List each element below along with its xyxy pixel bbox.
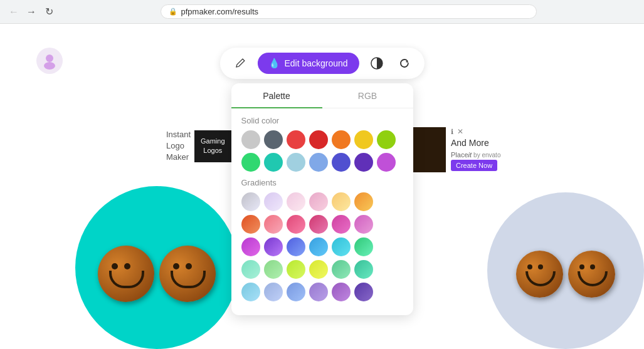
preview-circle-right [487, 192, 644, 349]
close-ad-button[interactable]: ✕ [456, 127, 465, 136]
preview-circle-left [75, 186, 238, 349]
create-now-button[interactable]: Create Now [451, 160, 497, 171]
ad-info-icon: ℹ [451, 128, 453, 136]
color-swatch[interactable] [309, 130, 328, 149]
gradient-swatch[interactable] [309, 215, 328, 234]
and-more-ad: ℹ ✕ And More Placeit by envato Create No… [401, 127, 507, 172]
gradient-row-2 [241, 215, 403, 234]
refresh-icon [398, 57, 411, 70]
url-text: pfpmaker.com/results [181, 7, 259, 16]
gradient-swatch[interactable] [332, 237, 351, 256]
gradient-swatch[interactable] [241, 237, 260, 256]
color-swatch[interactable] [264, 153, 283, 172]
gradient-row-5 [241, 283, 403, 301]
color-swatch[interactable] [287, 130, 305, 149]
gradients-label: Gradients [241, 178, 403, 187]
gradient-swatch[interactable] [332, 260, 351, 279]
gradient-swatch[interactable] [354, 215, 373, 234]
smiley-left-1 [98, 246, 154, 302]
gradient-swatch[interactable] [241, 260, 260, 279]
water-drop-icon: 💧 [268, 58, 280, 69]
gradient-swatch[interactable] [354, 260, 373, 279]
gradient-swatch[interactable] [264, 192, 283, 211]
gradient-swatch[interactable] [332, 192, 351, 211]
color-swatch[interactable] [354, 130, 373, 149]
svg-point-0 [46, 55, 53, 62]
svg-point-1 [44, 62, 55, 70]
gradient-row-4 [241, 260, 403, 279]
pencil-button[interactable] [230, 53, 250, 73]
refresh-button[interactable]: ↻ [43, 6, 55, 18]
panel-tabs: Palette RGB [231, 83, 413, 108]
instant-logo-text: Instant Logo Maker [166, 129, 191, 164]
gradient-swatch[interactable] [287, 283, 305, 301]
color-swatch[interactable] [287, 153, 305, 172]
gradient-swatch[interactable] [354, 192, 373, 211]
gradient-swatch[interactable] [354, 237, 373, 256]
color-swatch[interactable] [332, 153, 351, 172]
smiley-pair-left [98, 246, 216, 302]
gradient-row-1 [241, 192, 403, 211]
gradient-swatch[interactable] [309, 260, 328, 279]
user-avatar[interactable] [36, 48, 63, 74]
color-panel: Palette RGB Solid color [231, 83, 413, 315]
gaming-logos-badge: Gaming Logos [194, 130, 231, 162]
gradient-swatch[interactable] [241, 192, 260, 211]
tab-palette[interactable]: Palette [231, 83, 322, 108]
smiley-right-1 [516, 251, 563, 298]
smiley-pair-right [516, 251, 615, 298]
instant-logo-ad: Instant Logo Maker Gaming Logos [166, 129, 231, 164]
and-more-text: And More [451, 137, 500, 148]
color-swatch[interactable] [241, 130, 260, 149]
lock-icon: 🔒 [169, 8, 177, 16]
gradient-swatch[interactable] [287, 260, 305, 279]
forward-button[interactable]: → [25, 6, 38, 18]
toolbar: 💧 Edit background [219, 48, 424, 79]
gradient-swatch[interactable] [332, 215, 351, 234]
gradient-swatch[interactable] [287, 237, 305, 256]
edit-background-label: Edit background [284, 58, 347, 68]
gradients-section: Gradients [231, 178, 413, 301]
color-swatch[interactable] [241, 153, 260, 172]
color-swatch[interactable] [354, 153, 373, 172]
gradient-swatch[interactable] [287, 192, 305, 211]
gradient-row-3 [241, 237, 403, 256]
smiley-left-2 [159, 246, 216, 302]
avatar-icon [41, 52, 58, 70]
address-bar[interactable]: 🔒 pfpmaker.com/results [161, 4, 537, 19]
back-button[interactable]: ← [8, 6, 20, 18]
gradient-swatch[interactable] [264, 215, 283, 234]
gradient-swatch[interactable] [241, 215, 260, 234]
gradient-swatch[interactable] [309, 237, 328, 256]
gradient-swatch[interactable] [287, 215, 305, 234]
solid-color-section: Solid color [231, 116, 413, 172]
gradient-swatch[interactable] [309, 283, 328, 301]
refresh-icon-button[interactable] [394, 53, 414, 73]
placeit-text: Placeit by envato [451, 151, 500, 159]
gradient-swatch[interactable] [354, 283, 373, 301]
gradient-swatch[interactable] [264, 237, 283, 256]
solid-color-row-1 [241, 130, 403, 149]
gradient-swatch[interactable] [309, 192, 328, 211]
browser-chrome: ← → ↻ 🔒 pfpmaker.com/results [0, 0, 644, 24]
color-swatch[interactable] [377, 153, 396, 172]
tab-rgb[interactable]: RGB [322, 83, 413, 108]
color-swatch[interactable] [309, 153, 328, 172]
solid-color-label: Solid color [241, 116, 403, 125]
smiley-right-2 [568, 251, 615, 298]
solid-color-row-2 [241, 153, 403, 172]
edit-background-button[interactable]: 💧 Edit background [257, 53, 359, 74]
color-swatch[interactable] [264, 130, 283, 149]
gradient-swatch[interactable] [241, 283, 260, 301]
gradient-swatch[interactable] [264, 260, 283, 279]
color-swatch[interactable] [332, 130, 351, 149]
pencil-icon [234, 58, 245, 69]
main-page: 💧 Edit background Palette RGB Solid colo… [0, 24, 644, 349]
contrast-icon [370, 56, 384, 70]
gradient-swatch[interactable] [264, 283, 283, 301]
color-swatch[interactable] [377, 130, 396, 149]
contrast-button[interactable] [367, 53, 387, 73]
gradient-swatch[interactable] [332, 283, 351, 301]
